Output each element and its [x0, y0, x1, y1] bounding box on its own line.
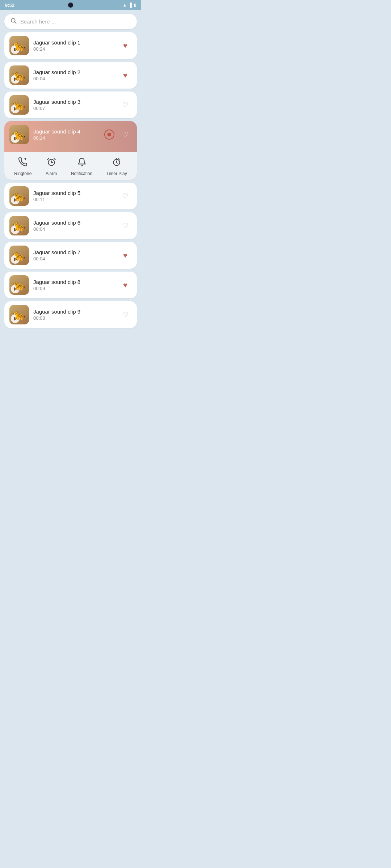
play-button-5[interactable] — [11, 196, 20, 204]
search-bar[interactable]: Search here ... — [4, 14, 137, 29]
clip-duration-8: 00:09 — [33, 286, 114, 291]
svg-line-1 — [14, 22, 16, 23]
search-placeholder: Search here ... — [20, 18, 56, 25]
stop-icon — [108, 133, 111, 136]
clip-title-1: Jaguar sound clip 1 — [33, 39, 114, 46]
clip-info-7: Jaguar sound clip 7 00:04 — [33, 249, 114, 261]
clip-thumb-8 — [9, 275, 29, 295]
action-row: Ringtone Alarm — [4, 152, 137, 180]
clip-title-2: Jaguar sound clip 2 — [33, 69, 114, 75]
favorite-button-3[interactable]: ♡ — [119, 98, 132, 111]
clip-title-6: Jaguar sound clip 6 — [33, 220, 114, 226]
favorite-button-6[interactable]: ♡ — [119, 219, 132, 232]
favorite-button-2[interactable]: ♥ — [119, 69, 132, 82]
favorite-button-4[interactable]: ♡ — [119, 128, 132, 141]
clip-thumb-7 — [9, 246, 29, 265]
clip-info-4: Jaguar sound clip 4 00:14 — [33, 128, 100, 141]
clip-title-4: Jaguar sound clip 4 — [33, 128, 100, 135]
play-button-8[interactable] — [11, 285, 20, 293]
play-button-9[interactable] — [11, 314, 20, 323]
clip-info-9: Jaguar sound clip 9 00:08 — [33, 309, 114, 321]
clip-duration-1: 00:24 — [33, 46, 114, 52]
alarm-icon — [47, 157, 56, 169]
favorite-button-1[interactable]: ♥ — [119, 39, 132, 52]
sound-item-8[interactable]: Jaguar sound clip 8 00:09 ♥ — [4, 272, 137, 298]
signal-icon: ▐ — [129, 3, 132, 8]
clip-thumb-5 — [9, 186, 29, 206]
favorite-button-5[interactable]: ♡ — [119, 190, 132, 203]
clip-duration-2: 00:04 — [33, 76, 114, 81]
sound-item-9[interactable]: Jaguar sound clip 9 00:08 ♡ — [4, 301, 137, 328]
clip-thumb-6 — [9, 216, 29, 235]
sound-item-3[interactable]: Jaguar sound clip 3 00:07 ♡ — [4, 92, 137, 118]
camera-dot — [68, 3, 73, 8]
clip-thumb-9 — [9, 305, 29, 324]
favorite-button-8[interactable]: ♥ — [119, 278, 132, 292]
clip-title-7: Jaguar sound clip 7 — [33, 249, 114, 255]
main-content: Search here ... Jaguar sound clip 1 00:2… — [0, 10, 141, 332]
sound-item-4[interactable]: Jaguar sound clip 4 00:14 ♡ Ringtone — [4, 121, 137, 180]
search-icon — [10, 17, 17, 26]
sound-item-5[interactable]: Jaguar sound clip 5 00:11 ♡ — [4, 183, 137, 209]
status-time: 9:52 — [5, 3, 14, 8]
action-notification[interactable]: Notification — [71, 157, 92, 176]
favorite-button-7[interactable]: ♥ — [119, 249, 132, 262]
clip-title-5: Jaguar sound clip 5 — [33, 190, 114, 196]
clip-thumb-1 — [9, 36, 29, 55]
timer-play-icon — [112, 157, 121, 169]
clip-info-3: Jaguar sound clip 3 00:07 — [33, 99, 114, 111]
clip-info-6: Jaguar sound clip 6 00:04 — [33, 220, 114, 232]
sound-item-7[interactable]: Jaguar sound clip 7 00:04 ♥ — [4, 242, 137, 269]
clip-title-9: Jaguar sound clip 9 — [33, 309, 114, 315]
ringtone-icon — [18, 157, 28, 169]
clip-thumb-3 — [9, 95, 29, 115]
clip-info-2: Jaguar sound clip 2 00:04 — [33, 69, 114, 81]
sound-item-2[interactable]: Jaguar sound clip 2 00:04 ♥ — [4, 62, 137, 89]
notification-label: Notification — [71, 171, 92, 176]
clip-info-5: Jaguar sound clip 5 00:11 — [33, 190, 114, 202]
clip-duration-9: 00:08 — [33, 315, 114, 321]
play-button-1[interactable] — [11, 45, 20, 54]
status-icons: ▲ ▐ ▮ — [123, 3, 136, 8]
favorite-button-9[interactable]: ♡ — [119, 308, 132, 321]
notification-icon — [77, 157, 87, 169]
clip-title-3: Jaguar sound clip 3 — [33, 99, 114, 105]
clip-duration-7: 00:04 — [33, 256, 114, 261]
wifi-icon: ▲ — [123, 3, 127, 8]
clip-duration-4: 00:14 — [33, 135, 100, 141]
clip-info-1: Jaguar sound clip 1 00:24 — [33, 39, 114, 52]
action-ringtone[interactable]: Ringtone — [14, 157, 31, 176]
clip-4-row: Jaguar sound clip 4 00:14 ♡ — [4, 121, 137, 148]
alarm-label: Alarm — [46, 171, 57, 176]
svg-line-4 — [47, 158, 49, 159]
ringtone-label: Ringtone — [14, 171, 31, 176]
play-button-7[interactable] — [11, 255, 20, 264]
stop-button-4[interactable] — [104, 129, 114, 140]
clip-duration-6: 00:04 — [33, 226, 114, 232]
status-bar: 9:52 ▲ ▐ ▮ — [0, 0, 141, 10]
sound-item-1[interactable]: Jaguar sound clip 1 00:24 ♥ — [4, 32, 137, 59]
clip-title-8: Jaguar sound clip 8 — [33, 279, 114, 285]
clip-duration-5: 00:11 — [33, 197, 114, 202]
svg-line-5 — [54, 158, 55, 159]
clip-duration-3: 00:07 — [33, 106, 114, 111]
clip-info-8: Jaguar sound clip 8 00:09 — [33, 279, 114, 291]
play-button-6[interactable] — [11, 225, 20, 234]
sound-item-6[interactable]: Jaguar sound clip 6 00:04 ♡ — [4, 212, 137, 239]
play-button-3[interactable] — [11, 105, 20, 113]
action-timer-play[interactable]: Timer Play — [106, 157, 127, 176]
action-alarm[interactable]: Alarm — [46, 157, 57, 176]
clip-thumb-2 — [9, 65, 29, 85]
battery-icon: ▮ — [134, 3, 136, 8]
timer-play-label: Timer Play — [106, 171, 127, 176]
clip-thumb-4 — [9, 125, 29, 144]
play-button-2[interactable] — [11, 75, 20, 84]
play-button-4[interactable] — [11, 134, 20, 143]
